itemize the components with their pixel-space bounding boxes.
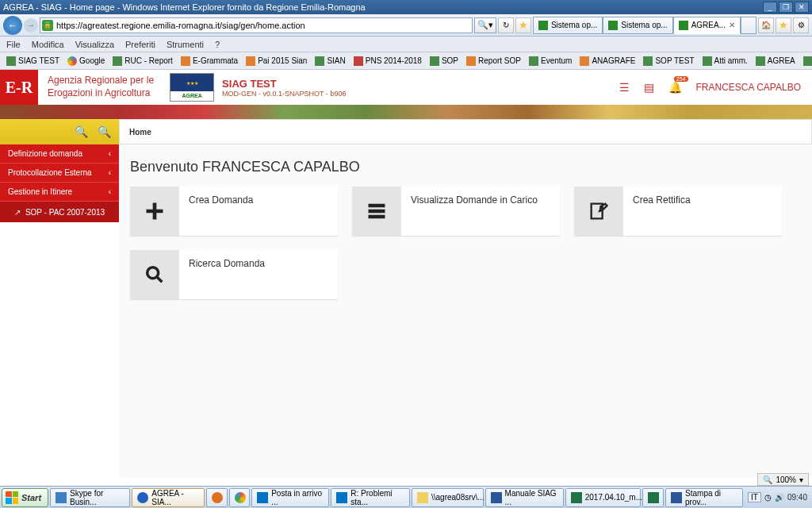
- menu-edit[interactable]: Modifica: [32, 40, 64, 49]
- favorite-link[interactable]: ANAGRAFE: [576, 56, 638, 66]
- list-icon: [352, 187, 401, 236]
- home-button[interactable]: 🏠: [758, 17, 774, 33]
- tile-visualizza-domande[interactable]: Visualizza Domande in Carico: [352, 187, 560, 236]
- taskbar-item[interactable]: [206, 488, 228, 507]
- user-name[interactable]: FRANCESCA CAPALBO: [696, 82, 801, 93]
- search-button[interactable]: 🔍▾: [474, 17, 496, 33]
- app-version: MOD-GEN - v0.0.1-SNAPSHOT - b906: [222, 90, 346, 98]
- browser-menu-bar: File Modifica Visualizza Preferiti Strum…: [0, 37, 812, 52]
- tray-icon[interactable]: 🔊: [775, 493, 784, 502]
- favicon-icon: [67, 56, 77, 66]
- tab-label: AGREA...: [691, 21, 726, 29]
- sidebar-search[interactable]: 🔍 🔍: [0, 119, 119, 144]
- favorite-link[interactable]: Report SOP: [463, 56, 524, 66]
- chevron-left-icon: ‹: [109, 149, 111, 158]
- er-logo[interactable]: E-R: [0, 70, 38, 105]
- browser-tab-active[interactable]: AGREA...✕: [673, 17, 741, 34]
- favorites-bar: SIAG TEST Google RUC - Report E-Grammata…: [0, 52, 812, 70]
- favorite-link[interactable]: SIAG TEST: [3, 56, 63, 66]
- taskbar-item-active[interactable]: AGREA - SIA...: [132, 488, 205, 507]
- clock[interactable]: 09:40: [787, 493, 807, 502]
- taskbar-item[interactable]: Manuale SIAG ...: [485, 488, 564, 507]
- favorite-link[interactable]: Google: [64, 56, 108, 66]
- browser-nav-bar: ← → 🔒 🔍▾ ↻ ★ Sistema op... Sistema op...…: [0, 14, 812, 37]
- favorite-link[interactable]: PNS 2014-2018: [350, 56, 425, 66]
- folder-icon: [417, 492, 428, 503]
- menu-tools[interactable]: Strumenti: [167, 40, 204, 49]
- taskbar-item[interactable]: [642, 488, 664, 507]
- sidebar-item-protocollazione[interactable]: Protocollazione Esterna ‹: [0, 164, 119, 183]
- favorite-link[interactable]: Eventum: [526, 56, 575, 66]
- menu-view[interactable]: Visualizza: [75, 40, 114, 49]
- language-indicator[interactable]: IT: [748, 492, 761, 502]
- ie-icon: [137, 492, 148, 503]
- favorite-link[interactable]: Pai 2015 Sian: [243, 56, 310, 66]
- window-title: AGREA - SIAG - Home page - Windows Inter…: [3, 2, 366, 12]
- forward-button[interactable]: →: [24, 18, 38, 33]
- eu-flag-icon: [170, 74, 213, 91]
- taskbar-item[interactable]: [229, 488, 251, 507]
- tile-crea-rettifica[interactable]: Crea Rettifica: [574, 187, 782, 236]
- favicon-icon: [580, 56, 589, 66]
- menu-favorites[interactable]: Preferiti: [125, 40, 155, 49]
- favorite-link[interactable]: SOP TEST: [640, 56, 697, 66]
- search-icon: 🔍: [75, 125, 88, 138]
- tile-crea-domanda[interactable]: Crea Domanda: [130, 187, 338, 236]
- notification-badge: 254: [674, 76, 688, 82]
- favorite-link[interactable]: AGREA: [753, 56, 799, 66]
- favorite-link[interactable]: Atti amm.: [699, 56, 751, 66]
- tools-button[interactable]: ⚙: [793, 17, 809, 33]
- favorite-link[interactable]: SIAN: [312, 56, 348, 66]
- browser-tab[interactable]: Sistema op...: [533, 17, 603, 34]
- taskbar-item[interactable]: Skype for Busin...: [50, 488, 130, 507]
- sidebar-item-sop[interactable]: ↗ SOP - PAC 2007-2013: [0, 202, 119, 222]
- welcome-heading: Benvenuto FRANCESCA CAPALBO: [119, 144, 812, 187]
- taskbar-item[interactable]: Stampa di prov...: [665, 488, 743, 507]
- start-button[interactable]: Start: [2, 488, 48, 507]
- favicon-icon: [803, 56, 812, 66]
- notifications-bell-icon[interactable]: 🔔254: [668, 81, 682, 94]
- grid-icon[interactable]: ▤: [644, 81, 654, 94]
- banner-image: [0, 105, 812, 119]
- favorites-star-icon[interactable]: ★: [515, 17, 531, 33]
- sidebar-item-definizione[interactable]: Definizione domanda ‹: [0, 144, 119, 164]
- windows-taskbar: Start Skype for Busin... AGREA - SIA... …: [0, 486, 812, 508]
- sidebar-item-gestione[interactable]: Gestione in Itinere ‹: [0, 183, 119, 202]
- system-tray: IT ◷ 🔊 09:40: [745, 492, 810, 502]
- menu-icon[interactable]: ☰: [619, 81, 630, 94]
- sidebar: 🔍 🔍 Definizione domanda ‹ Protocollazion…: [0, 119, 119, 478]
- favorites-button[interactable]: ★: [776, 17, 791, 33]
- favorite-link[interactable]: SIAG: [800, 56, 812, 66]
- url-input[interactable]: [56, 21, 470, 30]
- favicon-icon: [354, 56, 363, 66]
- taskbar-item[interactable]: Posta in arrivo ...: [251, 488, 329, 507]
- address-bar[interactable]: 🔒: [40, 17, 473, 33]
- new-tab-button[interactable]: [741, 17, 756, 34]
- favorite-link[interactable]: RUC - Report: [109, 56, 176, 66]
- browser-tab[interactable]: Sistema op...: [603, 17, 672, 34]
- refresh-button[interactable]: ↻: [498, 17, 514, 33]
- sidebar-item-label: SOP - PAC 2007-2013: [25, 208, 105, 217]
- external-link-icon: ↗: [14, 208, 21, 217]
- zoom-indicator[interactable]: 🔍 100% ▾: [757, 473, 809, 486]
- favicon-icon: [643, 56, 653, 66]
- menu-file[interactable]: File: [6, 40, 21, 49]
- tile-ricerca-domanda[interactable]: Ricerca Domanda: [130, 250, 338, 299]
- favorite-link[interactable]: SOP: [427, 56, 462, 66]
- window-close-button[interactable]: ✕: [795, 2, 809, 13]
- tray-icon[interactable]: ◷: [764, 493, 772, 502]
- breadcrumb-item[interactable]: Home: [129, 128, 151, 137]
- firefox-icon: [212, 492, 223, 503]
- back-button[interactable]: ←: [3, 16, 22, 35]
- favicon-icon: [608, 21, 618, 30]
- taskbar-item[interactable]: 2017.04.10_m...: [565, 488, 642, 507]
- chrome-icon: [235, 492, 246, 503]
- taskbar-item[interactable]: R: Problemi sta...: [331, 488, 410, 507]
- excel-icon: [571, 492, 582, 503]
- menu-help[interactable]: ?: [215, 40, 220, 49]
- tab-close-icon[interactable]: ✕: [729, 21, 735, 29]
- window-minimize-button[interactable]: _: [763, 2, 777, 13]
- favorite-link[interactable]: E-Grammata: [178, 56, 241, 66]
- taskbar-item[interactable]: \\agrea08srv\...: [412, 488, 484, 507]
- window-restore-button[interactable]: ❐: [779, 2, 793, 13]
